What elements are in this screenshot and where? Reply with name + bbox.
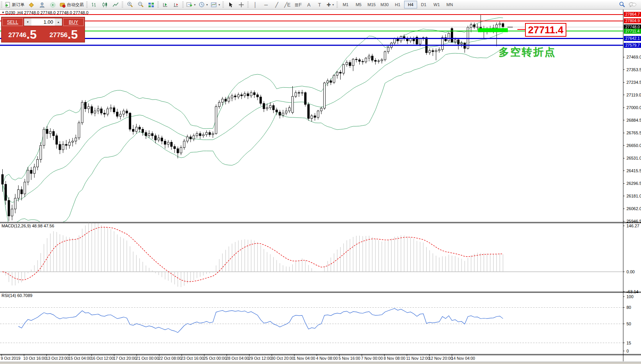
time-axis-label: 30 Oct 20:00: [271, 356, 294, 361]
time-axis-label: 7 Nov 00:00: [361, 356, 383, 361]
chart-title: DJ30 ,H4 27748.0 27748.0 27748.0 27748.0: [5, 10, 88, 15]
template-button[interactable]: ▾: [209, 0, 222, 9]
crosshair-button[interactable]: [236, 0, 246, 9]
rsi-tick-label: 80: [626, 305, 631, 310]
chart-shift-button[interactable]: [171, 0, 181, 9]
timeframe-mn[interactable]: MN: [443, 1, 456, 8]
clock-icon: [199, 2, 205, 8]
sell-price[interactable]: 27746.5: [2, 27, 43, 41]
chevron-down-icon: ▾: [194, 3, 196, 7]
gold-diamond-icon: [28, 2, 34, 8]
timeframe-m30[interactable]: M30: [378, 1, 391, 8]
new-order-label: 新订单: [12, 2, 24, 8]
time-axis-label: 16 Oct 12:00: [91, 356, 114, 361]
profile-button[interactable]: [37, 0, 47, 9]
channel-button[interactable]: ╱E: [282, 0, 293, 9]
time-axis-label: 1 Nov 04:00: [294, 356, 315, 361]
chevron-down-icon: ▾: [219, 3, 220, 7]
time-axis-label: 4 Nov 08:00: [316, 356, 338, 361]
highlight-rectangle: [478, 28, 508, 32]
time-axis-label: 23 Oct 16:00: [181, 356, 204, 361]
cursor-icon: [228, 2, 233, 8]
buy-price-main: 27756: [49, 29, 67, 41]
buy-price[interactable]: 27756.5: [44, 27, 84, 41]
profile-icon: [39, 2, 45, 8]
volume-decrease-button[interactable]: ▼: [24, 18, 31, 26]
zoom-out-icon: [137, 2, 144, 8]
line-chart-button[interactable]: [110, 0, 121, 9]
vertical-line-button[interactable]: │: [250, 0, 261, 9]
toolbar-grip: [122, 2, 123, 8]
price-tag: 27864.7: [624, 12, 641, 17]
one-click-trade-panel: SELL ▼ 1.00 ▲ BUY 27746.5 27756.5: [1, 17, 85, 42]
time-axis-label: 22 Oct 08:00: [158, 356, 181, 361]
new-chart-icon: [186, 2, 192, 8]
search-button[interactable]: [617, 0, 627, 9]
rsi-tick-label: 0: [626, 349, 629, 353]
auto-scroll-button[interactable]: [160, 0, 171, 9]
price-tick-label: 27353.5: [626, 67, 641, 72]
trendline-button[interactable]: ╱: [271, 0, 282, 9]
crosshair-icon: [238, 2, 244, 8]
zoom-out-button[interactable]: [135, 0, 146, 9]
history-center-button[interactable]: [26, 0, 37, 9]
price-tick-label: 26884.5: [626, 118, 641, 122]
candlestick-chart-button[interactable]: [99, 0, 110, 9]
time-axis-label: 21 Oct 00:00: [136, 356, 159, 361]
price-tick-label: 26296.5: [626, 181, 641, 186]
volume-increase-button[interactable]: ▲: [55, 18, 62, 26]
bar-chart-button[interactable]: [89, 0, 99, 9]
auto-scroll-icon: [162, 2, 168, 8]
shapes-button[interactable]: ✚ ▾: [325, 0, 336, 9]
time-axis-label: 14 Nov 04:00: [451, 356, 475, 361]
volume-stepper: ▼ 1.00 ▲: [24, 18, 62, 26]
tile-windows-button[interactable]: [146, 0, 157, 9]
sell-button[interactable]: SELL: [2, 18, 23, 26]
macd-tick-label: -63.14: [626, 289, 638, 294]
text-label-button[interactable]: T: [314, 0, 325, 9]
timeframe-w1[interactable]: W1: [430, 1, 443, 8]
buy-button[interactable]: BUY: [63, 18, 84, 26]
price-tag: 27711.4: [624, 29, 641, 34]
fibonacci-button[interactable]: ≣F: [293, 0, 303, 9]
time-axis-label: 8 Nov 08:00: [383, 356, 405, 361]
time-axis-label: 13 Oct 23:00: [46, 356, 69, 361]
timeframe-m1[interactable]: M1: [339, 1, 352, 8]
time-axis-label: 11 Nov 12:00: [406, 356, 430, 361]
timeframe-m15[interactable]: M15: [365, 1, 378, 8]
zoom-in-button[interactable]: [124, 0, 135, 9]
broadcast-button[interactable]: [47, 0, 58, 9]
horizontal-scrollbar[interactable]: [0, 362, 641, 364]
collapse-arrow-icon[interactable]: ▲: [2, 10, 5, 14]
auto-trading-button[interactable]: 自动交易: [58, 0, 85, 9]
macd-tick-label: 146.27: [626, 224, 639, 228]
timeframe-d1[interactable]: D1: [417, 1, 430, 8]
text-button[interactable]: A: [303, 0, 314, 9]
cursor-button[interactable]: [225, 0, 236, 9]
rsi-label: RSI(14) 60.7089: [2, 293, 33, 298]
time-axis-label: 25 Oct 00:00: [204, 356, 227, 361]
time-axis-label: 17 Oct 20:00: [113, 356, 136, 361]
horizontal-line-button[interactable]: ─: [261, 0, 271, 9]
timeframe-m5[interactable]: M5: [352, 1, 365, 8]
time-axis-label: 15 Oct 04:00: [69, 356, 91, 361]
price-tick-label: 26181.0: [626, 194, 641, 198]
tile-windows-icon: [148, 2, 154, 8]
timeframe-h4[interactable]: H4: [404, 1, 417, 8]
timeframe-h1[interactable]: H1: [391, 1, 404, 8]
chat-bubbles-icon: [629, 2, 636, 8]
chat-button[interactable]: [627, 0, 638, 9]
time-axis-label: 29 Oct 12:00: [248, 356, 271, 361]
toolbar-grip: [222, 2, 224, 8]
price-tick-label: 27119.0: [626, 93, 641, 97]
price-tick-label: 26062.0: [626, 206, 641, 211]
new-chart-button[interactable]: ▾: [185, 0, 197, 9]
timeframe-group: M1M5M15M30H1H4D1W1MN: [339, 1, 456, 8]
toolbar-grip: [86, 2, 88, 8]
price-tag: 27642.1: [624, 36, 641, 41]
period-button[interactable]: ▾: [197, 0, 209, 9]
volume-value[interactable]: 1.00: [31, 18, 55, 26]
new-order-button[interactable]: 新订单: [3, 0, 26, 9]
new-order-icon: [5, 2, 11, 8]
chart-background: [0, 9, 641, 364]
